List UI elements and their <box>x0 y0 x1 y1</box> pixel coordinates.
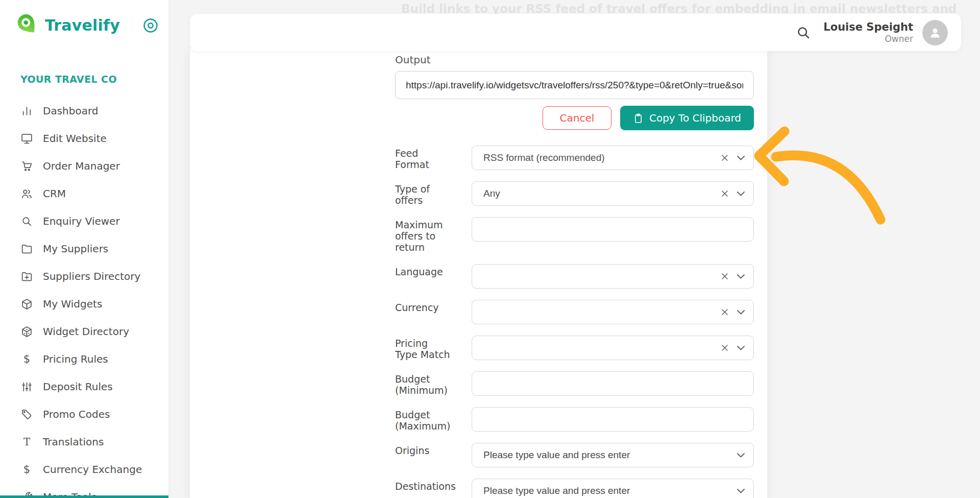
field-text-input[interactable] <box>483 479 737 498</box>
dollar-icon: $ <box>20 352 34 366</box>
sidebar-item-promo-codes[interactable]: Promo Codes <box>0 400 168 428</box>
clipboard-icon <box>633 113 644 124</box>
chevron-down-icon[interactable] <box>737 274 745 279</box>
folder-plus-icon <box>20 270 34 283</box>
chevron-down-icon[interactable] <box>737 155 745 161</box>
field-pricing-type-match[interactable] <box>472 336 754 360</box>
sidebar-item-translations[interactable]: T Translations <box>0 428 168 456</box>
sidebar-item-deposit-rules[interactable]: Deposit Rules <box>0 373 168 400</box>
field-label: Pricing Type Match <box>395 336 472 360</box>
sidebar: Travelify YOUR TRAVEL CO Dashboard Edit … <box>0 0 168 498</box>
form-row-budget-maximum: Budget (Maximum) <box>395 407 754 432</box>
field-budget-maximum[interactable] <box>472 407 754 432</box>
clear-icon[interactable] <box>721 272 729 280</box>
sidebar-item-crm[interactable]: CRM <box>0 180 168 207</box>
field-type-of-offers[interactable]: Any <box>472 181 754 206</box>
field-text-input[interactable] <box>483 218 745 241</box>
chevron-down-icon[interactable] <box>737 191 745 197</box>
form-row-maximum-offers-to-return: Maximum offers to return <box>395 217 754 253</box>
field-label: Maximum offers to return <box>395 217 472 253</box>
cancel-button[interactable]: Cancel <box>543 106 611 130</box>
dollar-icon: $ <box>20 463 34 476</box>
clear-icon[interactable] <box>721 189 729 198</box>
search-icon[interactable] <box>796 25 811 40</box>
field-label: Origins <box>395 443 472 456</box>
package-dots-icon <box>20 325 34 338</box>
sidebar-item-currency-exchange[interactable]: $ Currency Exchange <box>0 456 168 483</box>
field-language[interactable] <box>472 264 754 289</box>
button-row: Cancel Copy To Clipboard <box>395 106 754 130</box>
field-label: Currency <box>395 300 472 313</box>
field-text-input[interactable] <box>483 372 745 395</box>
chevron-down-icon[interactable] <box>737 310 745 315</box>
package-icon <box>20 297 34 311</box>
clear-icon[interactable] <box>721 344 729 352</box>
clear-icon[interactable] <box>721 154 729 162</box>
chevron-down-icon[interactable] <box>737 345 745 351</box>
field-value: RSS format (recommended) <box>483 152 605 163</box>
sidebar-item-dashboard[interactable]: Dashboard <box>0 97 168 125</box>
users-icon <box>20 187 34 200</box>
copy-button-label: Copy To Clipboard <box>649 112 741 124</box>
avatar[interactable] <box>922 20 948 45</box>
form-row-currency: Currency <box>395 300 754 324</box>
field-label: Language <box>395 264 472 277</box>
svg-text:T: T <box>23 436 30 447</box>
field-label: Type of offers <box>395 181 472 206</box>
form-row-destinations: Destinations <box>395 479 754 498</box>
header-bar: Louise Speight Owner <box>190 14 961 51</box>
sidebar-item-suppliers-directory[interactable]: Suppliers Directory <box>0 263 168 290</box>
sidebar-collapse-toggle-icon[interactable] <box>141 16 160 37</box>
field-label: Budget (Minimum) <box>395 371 472 396</box>
sidebar-item-my-suppliers[interactable]: My Suppliers <box>0 235 168 263</box>
dashboard-icon <box>20 104 34 117</box>
clear-icon[interactable] <box>721 308 729 316</box>
sidebar-section-label: YOUR TRAVEL CO <box>20 74 168 85</box>
sidebar-item-enquiry-viewer[interactable]: Enquiry Viewer <box>0 207 168 235</box>
field-currency[interactable] <box>472 300 754 324</box>
user-role: Owner <box>823 34 913 44</box>
field-maximum-offers-to-return[interactable] <box>472 217 754 242</box>
copy-to-clipboard-button[interactable]: Copy To Clipboard <box>620 106 754 130</box>
field-destinations[interactable] <box>472 479 754 498</box>
brand-name: Travelify <box>45 16 120 34</box>
output-label: Output <box>395 54 754 66</box>
field-feed-format[interactable]: RSS format (recommended) <box>472 146 754 170</box>
feed-filter-form: Feed Format RSS format (recommended) Typ… <box>395 146 754 498</box>
form-row-origins: Origins <box>395 443 754 467</box>
field-value: Any <box>483 188 500 199</box>
sidebar-nav: Dashboard Edit Website Order Manager CRM… <box>0 97 168 498</box>
field-budget-minimum[interactable] <box>472 371 754 396</box>
field-text-input[interactable] <box>483 408 745 431</box>
annotation-arrow <box>749 124 895 233</box>
sidebar-item-my-widgets[interactable]: My Widgets <box>0 290 168 318</box>
user-block[interactable]: Louise Speight Owner <box>823 21 913 44</box>
cart-icon <box>20 159 34 173</box>
logo-row: Travelify <box>0 0 168 51</box>
sliders-icon <box>20 380 34 393</box>
sidebar-bottom-strip <box>0 495 168 498</box>
field-label: Feed Format <box>395 146 472 170</box>
output-url-input[interactable] <box>395 71 754 99</box>
form-row-feed-format: Feed Format RSS format (recommended) <box>395 146 754 170</box>
letter-t-icon: T <box>20 435 34 448</box>
sidebar-item-pricing-rules[interactable]: $ Pricing Rules <box>0 345 168 373</box>
field-origins[interactable] <box>472 443 754 467</box>
user-name: Louise Speight <box>823 21 913 34</box>
form-row-language: Language <box>395 264 754 289</box>
chevron-down-icon[interactable] <box>737 453 745 458</box>
sidebar-item-order-manager[interactable]: Order Manager <box>0 152 168 180</box>
field-text-input[interactable] <box>483 443 737 467</box>
folder-icon <box>20 242 34 255</box>
form-row-pricing-type-match: Pricing Type Match <box>395 336 754 360</box>
form-row-budget-minimum: Budget (Minimum) <box>395 371 754 396</box>
sidebar-item-widget-directory[interactable]: Widget Directory <box>0 318 168 345</box>
field-label: Budget (Maximum) <box>395 407 472 432</box>
rss-builder-modal: Output Cancel Copy To Clipboard Feed For… <box>190 49 767 498</box>
tag-icon <box>20 408 34 421</box>
search-icon <box>20 215 34 228</box>
svg-text:$: $ <box>23 463 30 476</box>
monitor-icon <box>20 132 34 145</box>
chevron-down-icon[interactable] <box>737 488 745 494</box>
sidebar-item-edit-website[interactable]: Edit Website <box>0 125 168 152</box>
